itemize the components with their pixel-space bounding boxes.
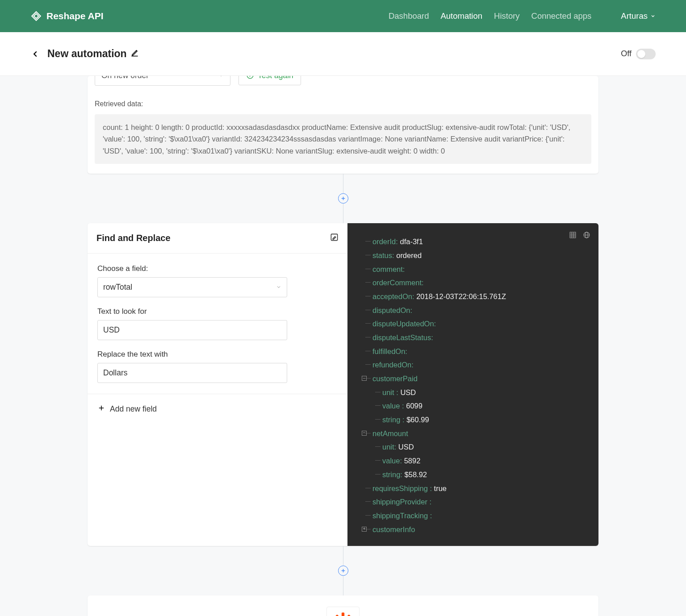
trigger-card: On new order Test again Retrieved data: … [88, 76, 598, 174]
choose-field-label: Choose a field: [97, 264, 338, 273]
tree-row: status: ordered [359, 249, 590, 262]
tree-row: shippingProvider : [359, 495, 590, 509]
tree-row: disputeLastStatus: [359, 331, 590, 345]
user-name: Arturas [621, 11, 648, 21]
trigger-event-select[interactable]: On new order [95, 76, 230, 86]
brand[interactable]: Reshape API [30, 10, 104, 22]
tree-row: comment: [359, 262, 590, 276]
chevron-down-icon [650, 11, 656, 21]
find-replace-title: Find and Replace [96, 233, 171, 243]
toggle-state-label: Off [621, 49, 632, 58]
json-preview-panel: orderId: dfa-3f1 status: ordered comment… [347, 223, 598, 546]
tree-row: unit: USD [359, 440, 590, 454]
tree-row: requiresShipping : true [359, 482, 590, 495]
brand-logo-icon [30, 10, 42, 22]
chevron-down-icon [218, 76, 224, 80]
tree-row: disputeUpdatedOn: [359, 317, 590, 331]
edit-title-icon[interactable] [130, 48, 139, 60]
collapse-icon[interactable]: − [362, 431, 367, 436]
zapier-icon [331, 611, 355, 616]
text-look-for-input[interactable] [97, 320, 287, 340]
connector-line [343, 576, 343, 595]
nav-dashboard[interactable]: Dashboard [389, 11, 429, 21]
zapier-tile[interactable] [326, 607, 360, 616]
edit-step-icon[interactable] [330, 233, 339, 243]
svg-rect-21 [345, 615, 351, 616]
tree-row: shippingTracking : [359, 509, 590, 523]
add-step-button[interactable] [338, 566, 348, 576]
field-select[interactable]: rowTotal [97, 277, 287, 297]
tree-row[interactable]: +customerInfo [359, 523, 590, 537]
tree-row[interactable]: −netAmount [359, 427, 590, 441]
replace-text-label: Replace the text with [97, 350, 338, 359]
page-title: New automation [47, 48, 139, 60]
sub-header: New automation Off [0, 32, 686, 76]
text-look-for-label: Text to look for [97, 307, 338, 316]
tree-row: unit : USD [359, 386, 590, 400]
nav-connected-apps[interactable]: Connected apps [531, 11, 592, 21]
add-new-field-label: Add new field [110, 404, 157, 414]
user-menu[interactable]: Arturas [621, 11, 656, 21]
tree-row: string : $60.99 [359, 413, 590, 427]
tree-row: value : 6099 [359, 399, 590, 413]
connector-line [343, 204, 343, 223]
tree-row: orderComment: [359, 276, 590, 290]
connector-line [343, 174, 343, 193]
nav-history[interactable]: History [494, 11, 520, 21]
chevron-down-icon [276, 283, 281, 292]
trigger-select-value: On new order [101, 76, 149, 80]
replace-text-input[interactable] [97, 363, 287, 383]
collapse-icon[interactable]: − [362, 376, 367, 381]
tree-row: fulfilledOn: [359, 345, 590, 358]
tree-row: string: $58.92 [359, 468, 590, 482]
svg-rect-23 [335, 615, 341, 616]
svg-rect-17 [342, 612, 344, 616]
test-again-label: Test again [258, 76, 293, 80]
top-bar: Reshape API Dashboard Automation History… [0, 0, 686, 32]
add-step-button[interactable] [338, 193, 348, 204]
retrieved-data-label: Retrieved data: [95, 100, 591, 108]
svg-marker-1 [250, 76, 252, 77]
find-replace-card: Find and Replace Choose a field: rowTota… [88, 223, 598, 546]
tree-row: disputedOn: [359, 304, 590, 317]
connector [88, 174, 598, 223]
toggle-switch[interactable] [636, 49, 656, 59]
nav-automation[interactable]: Automation [440, 11, 482, 21]
tree-row[interactable]: −customerPaid [359, 372, 590, 386]
connector-line [343, 546, 343, 566]
canvas: On new order Test again Retrieved data: … [0, 76, 686, 616]
connector [88, 546, 598, 595]
expand-icon[interactable]: + [362, 527, 367, 532]
plus-icon [97, 404, 105, 414]
retrieved-data-box: count: 1 height: 0 length: 0 productId: … [95, 114, 591, 164]
field-select-value: rowTotal [103, 283, 132, 292]
tree-row: refundedOn: [359, 358, 590, 372]
brand-name: Reshape API [46, 11, 104, 21]
test-again-button[interactable]: Test again [238, 76, 301, 85]
tree-row: orderId: dfa-3f1 [359, 235, 590, 249]
page-title-text: New automation [47, 48, 127, 60]
back-button[interactable] [30, 49, 40, 59]
nav-links: Dashboard Automation History Connected a… [389, 11, 656, 21]
add-new-field-button[interactable]: Add new field [88, 394, 347, 414]
integration-card [88, 595, 598, 616]
tree-row: acceptedOn: 2018-12-03T22:06:15.761Z [359, 290, 590, 304]
automation-toggle: Off [621, 49, 656, 59]
tree-row: value: 5892 [359, 454, 590, 468]
find-replace-form: Find and Replace Choose a field: rowTota… [88, 223, 347, 546]
